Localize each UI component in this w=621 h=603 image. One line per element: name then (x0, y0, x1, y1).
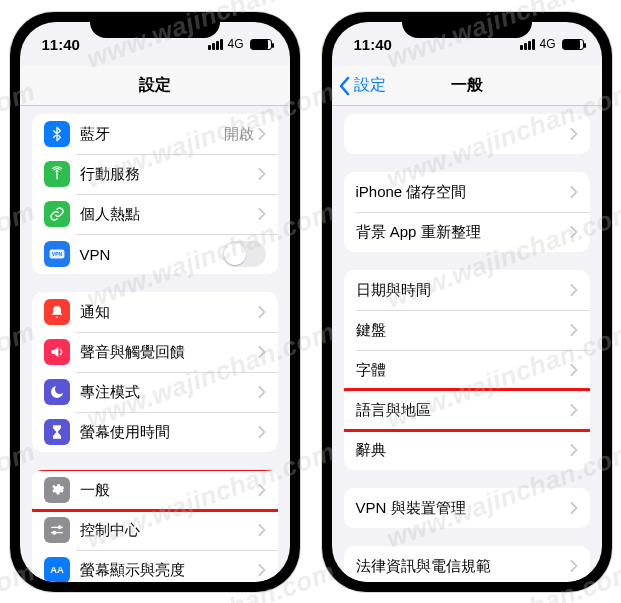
settings-row-vpn[interactable]: VPNVPN (32, 234, 278, 274)
link-icon (44, 201, 70, 227)
bell-icon (44, 299, 70, 325)
aa-icon: AA (44, 557, 70, 582)
settings-row-fonts[interactable]: 字體 (344, 350, 590, 390)
row-label: iPhone 儲存空間 (356, 183, 570, 202)
settings-row-vpn-device-mgmt[interactable]: VPN 與裝置管理 (344, 488, 590, 528)
row-label: 辭典 (356, 441, 570, 460)
settings-row-legal[interactable]: 法律資訊與電信規範 (344, 546, 590, 582)
phone-left: 11:40 4G 設定藍牙開啟行動服務個人熱點VPNVPN通知聲音與觸覺回饋專注… (10, 12, 300, 592)
row-label: VPN 與裝置管理 (356, 499, 570, 518)
chevron-right-icon (570, 226, 578, 238)
settings-group: 通知聲音與觸覺回饋專注模式螢幕使用時間 (32, 292, 278, 452)
page-title: 設定 (139, 75, 171, 96)
settings-group: 日期與時間鍵盤字體語言與地區辭典 (344, 270, 590, 470)
row-label: VPN (80, 246, 222, 263)
row-label: 通知 (80, 303, 258, 322)
settings-row-controlcenter[interactable]: 控制中心 (32, 510, 278, 550)
settings-row-display[interactable]: AA螢幕顯示與亮度 (32, 550, 278, 582)
chevron-right-icon (258, 128, 266, 140)
back-button[interactable]: 設定 (338, 66, 386, 105)
chevron-right-icon (570, 404, 578, 416)
nav-bar: 設定 (20, 66, 290, 106)
settings-group: 藍牙開啟行動服務個人熱點VPNVPN (32, 114, 278, 274)
settings-row-background-refresh[interactable]: 背景 App 重新整理 (344, 212, 590, 252)
row-label: 日期與時間 (356, 281, 570, 300)
row-label: 語言與地區 (356, 401, 570, 420)
row-label: 法律資訊與電信規範 (356, 557, 570, 576)
chevron-right-icon (570, 128, 578, 140)
row-label: 專注模式 (80, 383, 258, 402)
row-label: 聲音與觸覺回饋 (80, 343, 258, 362)
notch (90, 12, 220, 38)
svg-text:AA: AA (50, 565, 64, 575)
svg-point-3 (58, 526, 61, 529)
settings-row-date-time[interactable]: 日期與時間 (344, 270, 590, 310)
row-label: 螢幕顯示與亮度 (80, 561, 258, 580)
row-value: 開啟 (224, 125, 254, 144)
settings-group: 法律資訊與電信規範 (344, 546, 590, 582)
settings-row-iphone-storage[interactable]: iPhone 儲存空間 (344, 172, 590, 212)
row-label: 螢幕使用時間 (80, 423, 258, 442)
chevron-right-icon (258, 484, 266, 496)
signal-icon (208, 39, 223, 50)
svg-text:VPN: VPN (51, 251, 62, 257)
settings-row-keyboard[interactable]: 鍵盤 (344, 310, 590, 350)
chevron-right-icon (570, 284, 578, 296)
settings-row-notifications[interactable]: 通知 (32, 292, 278, 332)
signal-icon (520, 39, 535, 50)
antenna-icon (44, 161, 70, 187)
settings-row-cellular[interactable]: 行動服務 (32, 154, 278, 194)
settings-row-focus[interactable]: 專注模式 (32, 372, 278, 412)
row-label: 一般 (80, 481, 258, 500)
row-label: 個人熱點 (80, 205, 258, 224)
chevron-right-icon (570, 560, 578, 572)
bluetooth-icon (44, 121, 70, 147)
settings-row-general[interactable]: 一般 (32, 470, 278, 510)
chevron-right-icon (258, 306, 266, 318)
settings-row-about-tail[interactable] (344, 114, 590, 154)
row-label: 控制中心 (80, 521, 258, 540)
settings-row-hotspot[interactable]: 個人熱點 (32, 194, 278, 234)
row-label: 行動服務 (80, 165, 258, 184)
status-time: 11:40 (42, 36, 80, 53)
settings-group: VPN 與裝置管理 (344, 488, 590, 528)
nav-bar: 設定一般 (332, 66, 602, 106)
settings-row-sounds[interactable]: 聲音與觸覺回饋 (32, 332, 278, 372)
sliders-icon (44, 517, 70, 543)
content-scroll[interactable]: iPhone 儲存空間背景 App 重新整理日期與時間鍵盤字體語言與地區辭典VP… (332, 106, 602, 582)
chevron-right-icon (258, 346, 266, 358)
chevron-right-icon (258, 524, 266, 536)
chevron-right-icon (258, 426, 266, 438)
settings-row-language-region[interactable]: 語言與地區 (344, 390, 590, 430)
chevron-right-icon (258, 386, 266, 398)
page-title: 一般 (451, 75, 483, 96)
chevron-right-icon (258, 208, 266, 220)
battery-icon (562, 39, 584, 50)
battery-icon (250, 39, 272, 50)
chevron-right-icon (258, 564, 266, 576)
speaker-icon (44, 339, 70, 365)
status-time: 11:40 (354, 36, 392, 53)
settings-group (344, 114, 590, 154)
svg-point-4 (53, 531, 56, 534)
vpn-icon: VPN (44, 241, 70, 267)
row-label: 藍牙 (80, 125, 224, 144)
content-scroll[interactable]: 藍牙開啟行動服務個人熱點VPNVPN通知聲音與觸覺回饋專注模式螢幕使用時間一般控… (20, 106, 290, 582)
hourglass-icon (44, 419, 70, 445)
settings-row-bluetooth[interactable]: 藍牙開啟 (32, 114, 278, 154)
chevron-right-icon (570, 324, 578, 336)
network-label: 4G (227, 37, 243, 51)
settings-row-screentime[interactable]: 螢幕使用時間 (32, 412, 278, 452)
row-label: 背景 App 重新整理 (356, 223, 570, 242)
moon-icon (44, 379, 70, 405)
gear-icon (44, 477, 70, 503)
svg-point-0 (55, 170, 58, 173)
toggle-switch[interactable] (222, 241, 266, 267)
settings-group: iPhone 儲存空間背景 App 重新整理 (344, 172, 590, 252)
chevron-right-icon (570, 364, 578, 376)
chevron-right-icon (570, 502, 578, 514)
settings-group: 一般控制中心AA螢幕顯示與亮度主畫面輔助使用背景圖片Siri 與搜尋 (32, 470, 278, 582)
settings-row-dictionary[interactable]: 辭典 (344, 430, 590, 470)
notch (402, 12, 532, 38)
row-label: 鍵盤 (356, 321, 570, 340)
